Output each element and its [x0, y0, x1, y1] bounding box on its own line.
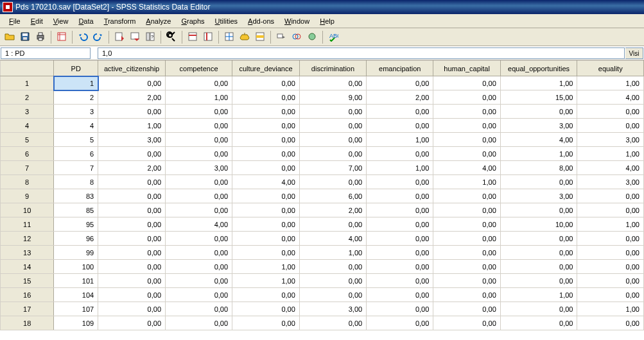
data-cell[interactable]: 0,00	[577, 119, 644, 133]
data-cell[interactable]: 0,00	[98, 288, 166, 302]
split-file-button[interactable]	[222, 30, 236, 44]
data-cell[interactable]: 3,00	[500, 189, 577, 203]
data-cell[interactable]: 0,00	[232, 316, 300, 330]
view-toggle[interactable]: Visi	[625, 47, 643, 59]
row-header[interactable]: 2	[1, 90, 54, 105]
data-cell[interactable]: 0,00	[166, 302, 232, 316]
data-cell[interactable]: 0,00	[98, 217, 166, 232]
data-cell[interactable]: 0,00	[500, 105, 577, 119]
variables-button[interactable]: ?	[143, 30, 157, 44]
data-cell[interactable]: 2	[54, 90, 98, 105]
data-cell[interactable]: 100	[54, 260, 98, 274]
menu-view[interactable]: View	[48, 15, 74, 27]
data-cell[interactable]: 107	[54, 302, 98, 316]
menu-utilities[interactable]: Utilities	[210, 15, 243, 27]
column-header[interactable]: active_citizenship	[98, 61, 166, 76]
data-cell[interactable]: 4,00	[577, 161, 644, 175]
row-header[interactable]: 12	[1, 232, 54, 246]
row-header[interactable]: 11	[1, 217, 54, 232]
data-cell[interactable]: 95	[54, 217, 98, 232]
data-cell[interactable]: 1,00	[577, 302, 644, 316]
data-cell[interactable]: 0,00	[232, 189, 300, 203]
data-cell[interactable]: 15,00	[500, 90, 577, 105]
data-cell[interactable]: 0,00	[166, 119, 232, 133]
data-cell[interactable]: 0,00	[98, 246, 166, 260]
data-cell[interactable]: 0,00	[166, 147, 232, 161]
menu-analyze[interactable]: Analyze	[141, 15, 176, 27]
data-cell[interactable]: 0,00	[433, 76, 500, 90]
data-cell[interactable]: 1,00	[500, 147, 577, 161]
data-cell[interactable]: 0,00	[166, 105, 232, 119]
data-cell[interactable]: 6	[54, 147, 98, 161]
insert-var-button[interactable]	[201, 30, 215, 44]
data-cell[interactable]: 4,00	[577, 90, 644, 105]
data-cell[interactable]: 104	[54, 288, 98, 302]
data-cell[interactable]: 1,00	[232, 260, 300, 274]
goto-case-button[interactable]	[112, 30, 126, 44]
data-cell[interactable]: 0,00	[577, 105, 644, 119]
data-cell[interactable]: 0,00	[500, 175, 577, 189]
row-header[interactable]: 16	[1, 288, 54, 302]
data-cell[interactable]: 0,00	[232, 232, 300, 246]
data-cell[interactable]: 0,00	[232, 119, 300, 133]
data-cell[interactable]: 0,00	[577, 246, 644, 260]
data-grid[interactable]: PDactive_citizenshipcompetenceculture_de…	[0, 60, 644, 340]
data-cell[interactable]: 0,00	[166, 175, 232, 189]
data-cell[interactable]: 0,00	[299, 105, 366, 119]
data-cell[interactable]: 0,00	[98, 316, 166, 330]
data-cell[interactable]: 0,00	[98, 147, 166, 161]
select-cases-button[interactable]	[253, 30, 267, 44]
data-cell[interactable]: 0,00	[433, 147, 500, 161]
data-cell[interactable]: 0,00	[433, 119, 500, 133]
data-cell[interactable]: 99	[54, 246, 98, 260]
data-cell[interactable]: 0,00	[367, 189, 433, 203]
data-cell[interactable]: 0,00	[500, 274, 577, 288]
row-header[interactable]: 14	[1, 260, 54, 274]
data-cell[interactable]: 1,00	[367, 133, 433, 147]
menu-help[interactable]: Help	[315, 15, 340, 27]
data-cell[interactable]: 0,00	[232, 302, 300, 316]
data-cell[interactable]: 0,00	[433, 260, 500, 274]
print-button[interactable]	[33, 30, 48, 44]
data-cell[interactable]: 4,00	[433, 161, 500, 175]
data-cell[interactable]: 3	[54, 105, 98, 119]
data-cell[interactable]: 0,00	[367, 175, 433, 189]
data-cell[interactable]: 0,00	[299, 274, 366, 288]
data-cell[interactable]: 1,00	[500, 288, 577, 302]
data-cell[interactable]: 1,00	[232, 274, 300, 288]
data-cell[interactable]: 0,00	[433, 133, 500, 147]
data-cell[interactable]: 1,00	[98, 119, 166, 133]
data-cell[interactable]: 109	[54, 316, 98, 330]
data-cell[interactable]: 2,00	[98, 161, 166, 175]
data-cell[interactable]: 2,00	[367, 90, 433, 105]
data-cell[interactable]: 10,00	[500, 217, 577, 232]
data-cell[interactable]: 0,00	[577, 189, 644, 203]
data-cell[interactable]: 0,00	[98, 189, 166, 203]
data-cell[interactable]: 0,00	[98, 232, 166, 246]
row-header[interactable]: 3	[1, 105, 54, 119]
data-cell[interactable]: 0,00	[98, 302, 166, 316]
cell-reference-box[interactable]: 1 : PD	[1, 47, 91, 59]
data-cell[interactable]: 0,00	[166, 76, 232, 90]
data-cell[interactable]: 0,00	[367, 119, 433, 133]
menu-graphs[interactable]: Graphs	[176, 15, 209, 27]
data-cell[interactable]: 0,00	[232, 76, 300, 90]
data-cell[interactable]: 0,00	[232, 90, 300, 105]
redo-button[interactable]	[91, 30, 105, 44]
find-button[interactable]	[164, 30, 178, 44]
data-cell[interactable]: 3,00	[166, 161, 232, 175]
data-cell[interactable]: 0,00	[232, 133, 300, 147]
menu-edit[interactable]: Edit	[26, 15, 48, 27]
data-cell[interactable]: 0,00	[166, 316, 232, 330]
column-header[interactable]: equality	[577, 61, 644, 76]
data-cell[interactable]: 0,00	[500, 316, 577, 330]
row-header[interactable]: 18	[1, 316, 54, 330]
data-cell[interactable]: 1,00	[577, 76, 644, 90]
data-cell[interactable]: 1,00	[166, 90, 232, 105]
data-cell[interactable]: 0,00	[577, 316, 644, 330]
data-cell[interactable]: 0,00	[98, 175, 166, 189]
data-cell[interactable]: 2,00	[299, 203, 366, 217]
data-cell[interactable]: 7,00	[299, 161, 366, 175]
data-cell[interactable]: 3,00	[98, 133, 166, 147]
data-cell[interactable]: 0,00	[299, 119, 366, 133]
